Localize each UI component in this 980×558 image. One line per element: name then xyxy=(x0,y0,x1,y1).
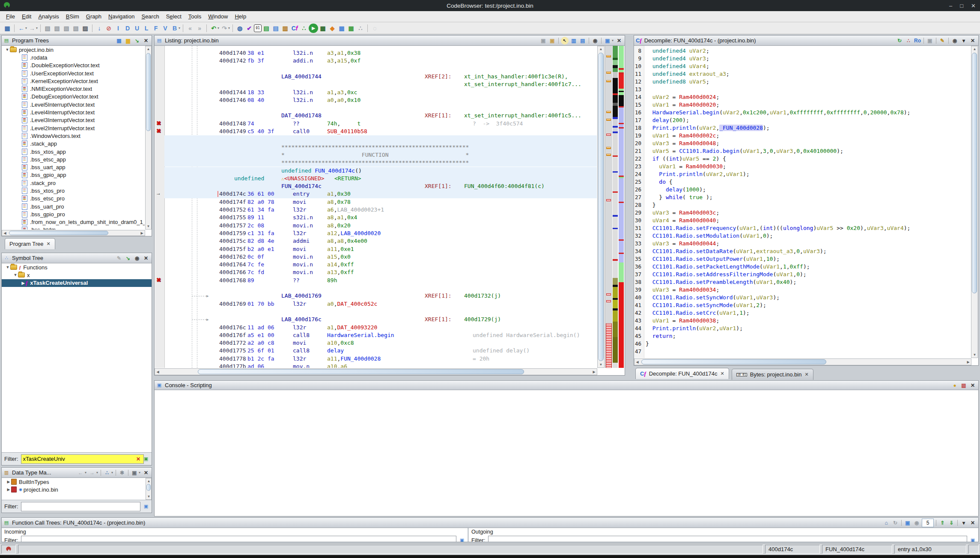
dtm-filter-input[interactable] xyxy=(21,502,141,511)
error-bookmark-icon[interactable]: ✖ xyxy=(156,120,161,126)
listing-row[interactable]: 400d17647c femovi.na14,0xff xyxy=(164,261,597,269)
patch-labels-icon[interactable]: ▧ xyxy=(62,24,71,33)
listing-row[interactable]: 400d176c11 ad 06l32ra1,DAT_40093220 xyxy=(164,324,597,331)
tab-program-tree[interactable]: Program Tree ✕ xyxy=(5,238,55,249)
refresh-icon[interactable]: ↻ xyxy=(891,519,899,527)
filter-options-icon[interactable]: ▣ xyxy=(143,456,149,462)
refresh-icon[interactable]: ↻ xyxy=(896,37,903,45)
letter-d-icon[interactable]: D xyxy=(123,24,132,33)
decompile-line[interactable]: 43 uVar1 = Ram400d0038; xyxy=(634,317,971,325)
listing-row[interactable] xyxy=(164,65,597,73)
table-icon[interactable]: ▦ xyxy=(337,24,346,33)
listing-row[interactable]: DAT_400d1748XREF[1]:xt_set_interrupt_han… xyxy=(164,112,597,119)
disassemble-icon[interactable]: ↓ xyxy=(95,24,104,33)
windows-icon[interactable]: ▣ xyxy=(904,519,911,527)
decompile-line[interactable]: 30 uVar4 = Ram400d0040; xyxy=(634,217,971,225)
expand-incoming-icon[interactable]: ⇑ xyxy=(938,519,946,527)
window-icon-dropdown[interactable]: ▾ xyxy=(139,471,140,474)
menu-help[interactable]: Help xyxy=(231,12,250,21)
listing-row[interactable]: 400d1772a2 a0 c8movia10,0xc8 xyxy=(164,339,597,347)
listing-row[interactable]: 400d176901 70 bbl32ra0,DAT_400c052c xyxy=(164,300,597,308)
forward-icon[interactable]: → xyxy=(88,469,96,477)
tree-item[interactable]: .bss_etsc_app xyxy=(2,155,145,163)
dropdown-icon[interactable]: ▾ xyxy=(960,37,968,45)
listing-row[interactable]: 400d174874??74h, t? -> 3f40c574 xyxy=(164,120,597,128)
decompile-line[interactable]: 38 CC1101.Radio.setPreambleLength(uVar1,… xyxy=(634,279,971,286)
listing-view-icon[interactable]: ▤ xyxy=(271,24,280,33)
patch-export-icon[interactable]: ▧ xyxy=(71,24,80,33)
error-marker[interactable] xyxy=(606,134,611,136)
listing-row[interactable]: 400d1742fb 3faddi.na3,a15,0xf xyxy=(164,57,597,65)
decompile-line[interactable]: 22 if ((int)uVar5 == 2) { xyxy=(634,155,971,163)
tree-item[interactable]: .WindowVectors.text xyxy=(2,132,145,140)
outgoing-filter-input[interactable] xyxy=(488,536,968,542)
decompile-line[interactable]: 24 Print.println(uVar2,uVar1); xyxy=(634,171,971,179)
prev-bookmark-icon[interactable]: « xyxy=(185,24,195,33)
tree-item[interactable]: .stack_app xyxy=(2,140,145,148)
clear-code-icon[interactable]: ⊘ xyxy=(104,24,113,33)
letter-f-icon[interactable]: F xyxy=(151,24,161,33)
decompiler-icon[interactable]: Cf xyxy=(290,24,299,33)
symbol-tree-node-functions[interactable]: ▼fFunctions xyxy=(2,263,152,271)
listing-row[interactable]: LAB_400d1744XREF[2]:xt_int_has_handler:4… xyxy=(164,73,597,81)
snapshot-icon[interactable]: ◉ xyxy=(591,37,599,45)
decompile-line[interactable]: 42 CC1101.Radio.setCrc(uVar1,1); xyxy=(634,310,971,317)
clear-console-icon[interactable]: ▨ xyxy=(960,382,968,389)
letter-i-icon[interactable]: I xyxy=(113,24,123,33)
bytes-viewer-icon[interactable]: 01 xyxy=(254,24,262,32)
listing-row[interactable] xyxy=(164,284,597,292)
menu-analysis[interactable]: Analysis xyxy=(35,12,62,21)
listing-vscrollbar[interactable]: ▲▼ xyxy=(597,46,605,368)
dropdown-icon[interactable]: ▾ xyxy=(960,519,968,527)
menu-navigation[interactable]: Navigation xyxy=(105,12,138,21)
tree-item[interactable]: .bss_gpio_pro xyxy=(2,210,145,218)
recurse-depth-value[interactable]: 5 xyxy=(922,519,934,527)
decompile-line[interactable]: 46} xyxy=(634,340,971,348)
patch-data-icon[interactable]: ▧ xyxy=(52,24,62,33)
tree-item[interactable]: .stack_pro xyxy=(2,179,145,187)
validate-icon[interactable]: ✔ xyxy=(244,24,254,33)
fields-icon[interactable]: ▥ xyxy=(570,37,578,45)
decompile-line[interactable]: 18 Print.println(uVar2,_FUN_400d0028); xyxy=(634,125,971,132)
table-export-icon[interactable]: ▦ xyxy=(346,24,356,33)
tree-item[interactable]: .bss_xtos_pro xyxy=(2,187,145,194)
undo-icon[interactable]: ↶ xyxy=(209,24,218,33)
decompile-line[interactable]: 10 undefined4 uVar4; xyxy=(634,63,971,71)
menu-graph[interactable]: Graph xyxy=(83,12,105,21)
decompile-line[interactable]: 26 delay(1000); xyxy=(634,186,971,194)
decompile-line[interactable]: 40 CC1101.Radio.setSyncWord(uVar1,uVar3)… xyxy=(634,294,971,302)
listing-row[interactable]: 400d1778b1 2c fal32ra11,FUN_400d0028= 20… xyxy=(164,355,597,363)
error-bookmark-icon[interactable]: ✖ xyxy=(156,128,161,134)
letter-v-icon[interactable]: V xyxy=(161,24,170,33)
letter-b-icon-dropdown[interactable]: ▾ xyxy=(179,26,180,30)
menu-search[interactable]: Search xyxy=(138,12,162,21)
menu-file[interactable]: File xyxy=(3,12,18,21)
decompile-line[interactable]: 19 uVar1 = Ram400d002c; xyxy=(634,132,971,140)
tree-item[interactable]: .UserExceptionVector.text xyxy=(2,69,145,77)
decompile-line[interactable]: 28 } xyxy=(634,202,971,209)
cursor-icon[interactable]: ↖ xyxy=(561,37,569,45)
decompile-line[interactable]: 16 HardwareSerial.begin(uVar2,0x1c200,uV… xyxy=(634,109,971,117)
tree-item[interactable]: .bss_uart_app xyxy=(2,163,145,171)
listing-row[interactable]: 400d177525 6f 01call8delayundefined dela… xyxy=(164,347,597,355)
dtm-item[interactable]: ▶BuiltInTypes xyxy=(2,478,152,486)
symbol-tree-node-selected[interactable]: ▶fxTaskCreateUniversal xyxy=(2,279,152,287)
snapshot-icon[interactable]: ◉ xyxy=(951,37,959,45)
world-icon[interactable]: ◍ xyxy=(235,24,244,33)
tree-item[interactable]: .NMIExceptionVector.text xyxy=(2,85,145,93)
listing-row[interactable]: 400d1759c1 31 fal32ra12,LAB_400d0020 xyxy=(164,230,597,237)
expander-icon[interactable]: ▼ xyxy=(5,265,10,269)
decompile-line[interactable]: 35 CC1101.Radio.setOutputPower(uVar1,10)… xyxy=(634,256,971,263)
copy-icon[interactable]: ▣ xyxy=(539,37,547,45)
edit-fields-icon[interactable]: ▤ xyxy=(579,37,587,45)
decompile-line[interactable]: 23 uVar1 = Ram400d0030; xyxy=(634,163,971,171)
forward-icon-dropdown[interactable]: ▾ xyxy=(96,471,98,474)
tab-close-icon[interactable]: ✕ xyxy=(720,371,724,376)
listing-row[interactable]: 400d175c82 d8 4eaddmia8,a8,0x4e00 xyxy=(164,237,597,245)
tree-item[interactable]: .bss_etsc_pro xyxy=(2,195,145,203)
close-icon[interactable]: ✕ xyxy=(969,382,977,389)
listing-row[interactable]: 400d174f82 a0 78movia8,0x78 xyxy=(164,198,597,206)
listing-row[interactable]: undefined⚠<UNASSIGNED> <RETURN> xyxy=(164,175,597,182)
bookmark-marker[interactable] xyxy=(606,80,611,82)
clone-icon[interactable]: ▣ xyxy=(604,37,611,45)
